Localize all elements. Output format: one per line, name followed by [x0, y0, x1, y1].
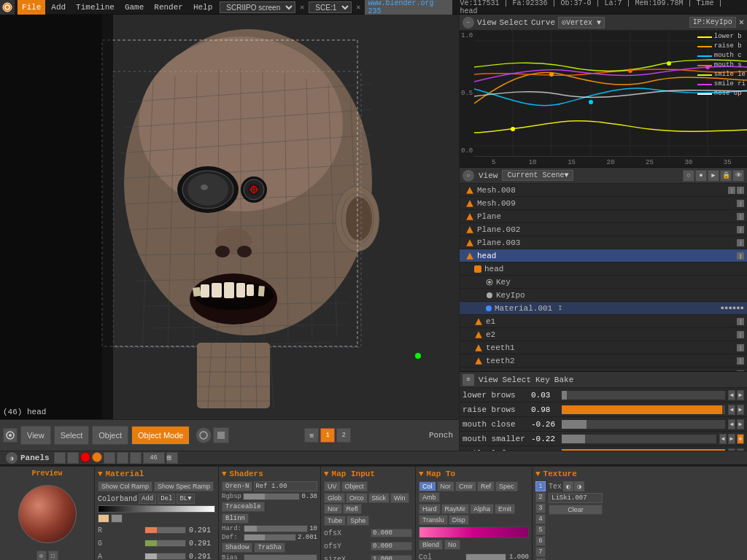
tex-slot-4[interactable]: 4	[535, 514, 546, 524]
panels-btn-6[interactable]: ⊞	[166, 452, 178, 464]
glob-btn[interactable]: Glob	[324, 493, 345, 503]
cmir-btn[interactable]: Cmir	[455, 481, 476, 491]
vis-2[interactable]: |	[737, 200, 744, 207]
viewport[interactable]: (46) head View Select Object Object Mode	[0, 15, 460, 451]
panels-btn-4[interactable]	[117, 452, 128, 464]
ipo-curve[interactable]: Curve	[531, 18, 555, 27]
blender-url[interactable]: www.blender.org 235	[365, 0, 452, 16]
ref-btn-to[interactable]: Ref	[477, 481, 495, 491]
obj-btn[interactable]: Object	[341, 481, 368, 491]
blend-btn[interactable]: Blend	[419, 540, 443, 550]
vis-t2[interactable]: |	[737, 357, 744, 365]
tube-btn[interactable]: Tube	[324, 516, 346, 526]
object-mode-btn[interactable]: Object Mode	[131, 426, 190, 445]
sphere-btn[interactable]	[196, 427, 212, 443]
col-ramp-btn[interactable]: Show Col Ramp	[98, 481, 152, 491]
sk-btn-2a[interactable]: ◀	[728, 405, 735, 415]
vis-t1[interactable]: |	[737, 344, 744, 351]
traceable-btn[interactable]: Traceable	[222, 502, 265, 512]
a-slider[interactable]	[144, 553, 186, 560]
screen-selector-dropdown[interactable]: SCRIIPO screen	[220, 1, 295, 13]
prev-btn-1[interactable]: ⊙	[36, 551, 47, 560]
scene-rend-btn[interactable]: ▶	[708, 170, 719, 182]
tex-slot-5[interactable]: 5	[535, 525, 546, 535]
action-view[interactable]: View	[479, 376, 498, 384]
oren-n-btn[interactable]: Oren-N	[222, 481, 252, 491]
r-slider[interactable]	[144, 526, 186, 534]
ipo-close[interactable]: ✕	[739, 17, 744, 28]
scene-item-teeth2[interactable]: teeth2 |	[460, 354, 747, 368]
panels-btn-1[interactable]	[54, 452, 66, 464]
scene-item-e2[interactable]: e2 |	[460, 328, 747, 341]
sphe-btn[interactable]: Sphe	[347, 516, 369, 526]
tex-icon-2[interactable]: ◑	[574, 481, 584, 491]
bias-slider[interactable]	[244, 554, 317, 560]
vis-e1[interactable]: |	[737, 318, 744, 325]
rgbsp-slider[interactable]	[243, 493, 300, 500]
sk-btn-4b[interactable]: ▶	[728, 434, 735, 444]
nor-btn-map[interactable]: Nor	[324, 504, 342, 514]
win-btn[interactable]: Win	[390, 493, 409, 503]
scene-lock-btn[interactable]: 🔒	[720, 170, 732, 182]
menu-file[interactable]: File	[18, 0, 45, 15]
menu-timeline[interactable]: Timeline	[71, 0, 119, 15]
scene-item-plane002[interactable]: Plane.002 |	[460, 223, 747, 236]
shadow-btn[interactable]: Shadow	[222, 542, 252, 553]
hard-btn-to[interactable]: Hard	[419, 504, 441, 514]
layer-active[interactable]: 1	[320, 428, 335, 443]
shapekey-bar-raise[interactable]	[562, 405, 725, 414]
scene-item-plane[interactable]: Plane |	[460, 210, 747, 223]
refl-btn[interactable]: Refl	[343, 504, 362, 514]
ipo-key-dropdown[interactable]: IP:KeyIpo	[689, 17, 736, 28]
ipo-view[interactable]: View	[477, 18, 496, 27]
menu-render[interactable]: Render	[150, 0, 187, 15]
color-swatch-1[interactable]	[98, 514, 109, 523]
sk-btn-2b[interactable]: ▶	[737, 405, 744, 415]
action-select[interactable]: Select	[502, 376, 531, 384]
def-slider[interactable]	[244, 534, 296, 541]
ofsx-field[interactable]: 0.000	[371, 529, 412, 537]
shapekey-bar-lower[interactable]	[562, 391, 725, 400]
ipo-vertex-dropdown[interactable]: ⊙Vertex ▼	[558, 17, 605, 28]
shapekey-bar-mouth-close[interactable]	[562, 420, 725, 429]
view-btn[interactable]: View	[20, 426, 51, 445]
emit-btn[interactable]: Emit	[495, 504, 515, 514]
translu-btn[interactable]: Translu	[419, 515, 448, 525]
sk-btn-4c[interactable]: ◆	[737, 434, 744, 444]
menu-game[interactable]: Game	[120, 0, 148, 15]
scene-item-plane003[interactable]: Plane.003 |	[460, 236, 747, 249]
colorband-del[interactable]: Del	[158, 494, 175, 504]
vis-3[interactable]: |	[737, 213, 744, 220]
amb-btn-to[interactable]: Amb	[419, 492, 440, 502]
scene-item-head[interactable]: head |	[460, 249, 747, 262]
tex-slot-1[interactable]: 1	[535, 481, 546, 491]
sk-btn-1a[interactable]: ◀	[728, 390, 735, 400]
colorband-bl[interactable]: BL▼	[177, 494, 194, 504]
colorband-add[interactable]: Add	[139, 494, 156, 504]
action-bake[interactable]: Bake	[554, 376, 573, 384]
vis-4[interactable]: |	[737, 226, 744, 233]
panels-frame-num[interactable]: 46	[143, 452, 165, 464]
scene-selector-dropdown[interactable]: SCE:1	[309, 1, 352, 13]
alpha-btn[interactable]: Alpha	[470, 504, 494, 514]
panels-btn-3[interactable]	[104, 452, 115, 464]
prev-btn-2[interactable]: □	[48, 551, 58, 560]
select-btn[interactable]: Select	[54, 426, 90, 445]
hard-slider[interactable]	[244, 525, 308, 532]
scene-item-e1[interactable]: e1 |	[460, 315, 747, 328]
tex-slot-2[interactable]: 2	[535, 492, 546, 502]
scene-item-head-obj[interactable]: head	[460, 262, 747, 276]
stick-btn[interactable]: Stick	[368, 493, 390, 503]
disp-btn[interactable]: Disp	[449, 515, 469, 525]
sizex-field[interactable]: 1.000	[371, 555, 412, 560]
sk-btn-4a[interactable]: ◀	[719, 434, 727, 444]
sk-btn-1b[interactable]: ▶	[737, 390, 744, 400]
scene-item-keyipo[interactable]: KeyIpo	[460, 289, 747, 302]
color-swatch-2[interactable]	[111, 514, 123, 523]
action-key[interactable]: Key	[535, 376, 550, 384]
blinn-btn[interactable]: Blinn	[222, 513, 249, 524]
menu-help[interactable]: Help	[189, 0, 217, 15]
nor-btn-to[interactable]: Nor	[437, 481, 455, 491]
spec-btn-to[interactable]: Spec	[495, 481, 518, 491]
ofsy-field[interactable]: 0.000	[371, 542, 412, 551]
